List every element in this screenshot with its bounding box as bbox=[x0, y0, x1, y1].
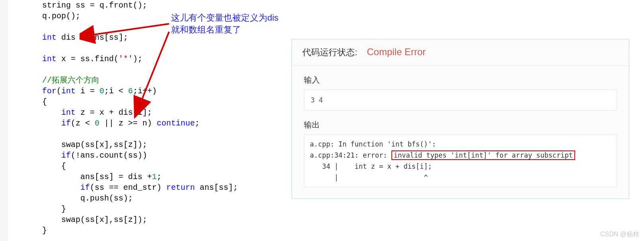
input-label: 输入 bbox=[304, 75, 617, 85]
status-text: Compile Error bbox=[367, 46, 426, 57]
output-box: a.cpp: In function 'int bfs()': a.cpp:34… bbox=[304, 134, 617, 187]
panel-header: 代码运行状态: Compile Error bbox=[292, 39, 629, 66]
watermark: CSDN @杨枝 bbox=[600, 230, 639, 239]
err-l2-highlight: invalid types 'int[int]' for array subsc… bbox=[391, 150, 575, 160]
err-l2-pre: a.cpp:34:21: error: bbox=[310, 151, 391, 159]
result-panel: 代码运行状态: Compile Error 输入 3 4 输出 a.cpp: I… bbox=[292, 39, 629, 199]
output-label: 输出 bbox=[304, 120, 617, 130]
err-l3: 34 | int z = x + dis[i]; bbox=[310, 162, 432, 170]
header-label: 代码运行状态: bbox=[302, 47, 357, 57]
panel-body: 输入 3 4 输出 a.cpp: In function 'int bfs()'… bbox=[292, 66, 629, 199]
annotation-text: 这儿有个变量也被定义为dis 就和数组名重复了 bbox=[171, 12, 278, 36]
input-box: 3 4 bbox=[304, 89, 617, 111]
gutter bbox=[0, 0, 8, 241]
annotation-line1: 这儿有个变量也被定义为dis bbox=[171, 13, 278, 23]
err-l1: a.cpp: In function 'int bfs()': bbox=[310, 140, 436, 148]
annotation-line2: 就和数组名重复了 bbox=[171, 25, 241, 35]
err-l4: | ^ bbox=[310, 174, 428, 181]
